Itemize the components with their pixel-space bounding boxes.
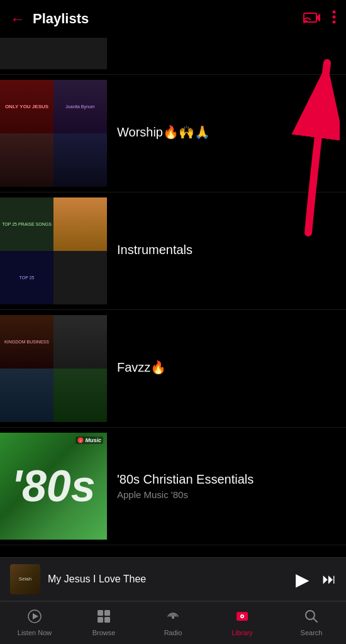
album-art-thumbnail: Selah (10, 564, 40, 594)
search-label: Search (301, 629, 323, 636)
list-item[interactable]: KINGDOM BUSINESS Favzz🔥 (0, 310, 346, 428)
list-item[interactable]: TOP 25 PRAISE SONGS TOP 25 Instrumentals (0, 192, 346, 310)
svg-rect-12 (98, 617, 103, 623)
artwork-cell (0, 369, 53, 422)
page-title: Playlists (33, 11, 303, 27)
svg-line-19 (314, 619, 318, 623)
cast-icon[interactable] (303, 10, 321, 28)
svg-rect-10 (98, 610, 103, 616)
search-icon (304, 609, 318, 626)
radio-label: Radio (164, 629, 182, 636)
artwork-cell: TOP 25 (0, 251, 53, 304)
playlist-info: Worship🔥🙌🙏 (117, 125, 336, 142)
tab-search[interactable]: Search (277, 609, 346, 636)
svg-point-4 (333, 21, 336, 24)
playlist-name: Worship🔥🙌🙏 (117, 125, 336, 140)
instrumentals-artwork: TOP 25 PRAISE SONGS TOP 25 (0, 197, 107, 304)
artwork-cell: ONLY YOU JESUS (0, 80, 53, 133)
radio-icon (166, 609, 180, 626)
browse-icon (97, 609, 111, 626)
worship-artwork: ONLY YOU JESUS Juanita Bynum (0, 80, 107, 187)
artwork-cell (53, 251, 107, 304)
svg-point-17 (242, 616, 243, 617)
listen-now-label: Listen Now (18, 629, 52, 636)
play-button[interactable]: ▶ (296, 569, 310, 590)
listen-now-icon (28, 609, 42, 626)
list-item[interactable]: ONLY YOU JESUS Juanita Bynum Worship🔥🙌🙏 (0, 75, 346, 192)
library-label: Library (232, 629, 253, 636)
playlist-info: '80s Christian Essentials Apple Music '8… (117, 472, 336, 500)
svg-point-2 (333, 11, 336, 14)
artwork-cell: TOP 25 PRAISE SONGS (0, 197, 53, 251)
tab-radio[interactable]: Radio (138, 609, 208, 636)
tab-library[interactable]: Library (208, 609, 277, 636)
playlist-info: Instrumentals (117, 243, 336, 260)
playlist-name: '80s Christian Essentials (117, 472, 336, 487)
svg-rect-13 (104, 617, 110, 623)
playlist-info: Favzz🔥 (117, 360, 336, 377)
svg-point-14 (172, 616, 174, 619)
svg-point-1 (303, 21, 305, 23)
playlist-name: Instrumentals (117, 243, 336, 257)
playlist-subtitle: Apple Music '80s (117, 489, 336, 500)
skip-forward-button[interactable]: ⏭ (322, 571, 336, 587)
artwork-cell (53, 133, 107, 187)
playback-controls: ▶ ⏭ (296, 569, 336, 590)
artwork-cell: KINGDOM BUSINESS (0, 315, 53, 369)
favzz-artwork: KINGDOM BUSINESS (0, 315, 107, 422)
header-actions (303, 10, 336, 28)
artwork-cell (0, 133, 53, 187)
tab-browse[interactable]: Browse (69, 609, 138, 636)
library-icon (235, 609, 249, 626)
mini-player[interactable]: Selah My Jesus I Love Thee ▶ ⏭ (0, 557, 346, 601)
artwork-cell (53, 369, 107, 422)
playlist-list: ONLY YOU JESUS Juanita Bynum Worship🔥🙌🙏 … (0, 38, 346, 557)
artwork-cell (53, 315, 107, 369)
artwork-cell (53, 197, 107, 251)
eighties-artwork: ♪ Music (0, 433, 107, 540)
more-options-icon[interactable] (332, 10, 336, 28)
artwork-cell: Juanita Bynum (53, 80, 107, 133)
svg-point-3 (333, 16, 336, 19)
back-button[interactable]: ← (10, 10, 25, 28)
svg-text:♪: ♪ (80, 438, 82, 443)
svg-marker-9 (33, 613, 38, 619)
tab-listen-now[interactable]: Listen Now (0, 609, 69, 636)
apple-music-badge: ♪ Music (75, 436, 103, 444)
playlist-name: Favzz🔥 (117, 360, 336, 375)
browse-label: Browse (92, 629, 116, 636)
now-playing-title: My Jesus I Love Thee (48, 574, 296, 585)
partial-item[interactable] (0, 38, 346, 75)
list-item[interactable]: ♪ Music '80s Christian Essentials Apple … (0, 428, 346, 545)
partial-artwork (0, 38, 107, 69)
header: ← Playlists (0, 0, 346, 38)
svg-rect-11 (104, 610, 110, 616)
tab-bar: Listen Now Browse Radio (0, 601, 346, 644)
